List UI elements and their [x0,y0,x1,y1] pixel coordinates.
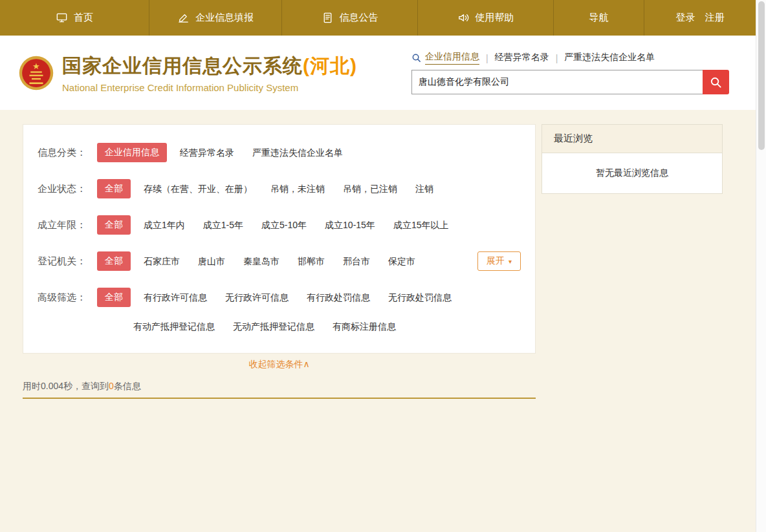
nav-label: 使用帮助 [476,12,514,24]
search-tab-1[interactable]: 企业信用信息 [425,51,479,65]
result-prefix: 用时0.004秒，查询到 [23,381,109,391]
nav-enterprise-filing[interactable]: 企业信息填报 [149,0,281,36]
help-icon [457,12,470,24]
nav-label: 注册 [705,12,725,24]
filter-label: 成立年限： [38,215,97,235]
search-input[interactable] [411,70,703,94]
nav-label: 首页 [74,12,93,24]
tab-separator: | [486,53,488,63]
filter-row-founding-years: 成立年限：全部成立1年内成立1-5年成立5-10年成立10-15年成立15年以上 [38,215,535,235]
filter-option[interactable]: 注销 [415,180,433,198]
filter-active-founding-years[interactable]: 全部 [97,215,131,235]
filter-row-advanced-filter: 高级筛选：全部有行政许可信息无行政许可信息有行政处罚信息无行政处罚信息有动产抵押… [38,288,535,336]
expand-label: 展开 [487,255,505,267]
page-title-main: 国家企业信用信息公示系统 [62,55,303,76]
nav-navigation[interactable]: 导航 [553,0,644,36]
collapse-filters-link[interactable]: 收起筛选条件∧ [23,359,536,370]
filter-active-enterprise-status[interactable]: 全部 [97,179,131,198]
home-icon [56,12,68,24]
filter-option[interactable]: 有商标注册信息 [333,317,396,336]
filter-option[interactable]: 石家庄市 [144,252,180,271]
filter-label: 信息分类： [38,143,97,162]
page-title-region: (河北) [303,55,357,76]
filter-option[interactable]: 秦皇岛市 [243,252,279,271]
nav-label: 信息公告 [340,12,378,24]
filter-option[interactable]: 吊销，未注销 [270,180,325,198]
filter-option[interactable]: 成立1-5年 [203,216,243,235]
filter-panel: 信息分类：企业信用信息经营异常名录严重违法失信企业名单企业状态：全部存续（在营、… [23,124,536,354]
recent-browse-panel: 最近浏览 暂无最近浏览信息 [542,124,723,194]
result-summary: 用时0.004秒，查询到0条信息 [23,381,536,392]
results-divider [23,398,536,399]
filter-option[interactable]: 成立15年以上 [393,216,449,235]
filter-option[interactable]: 有行政处罚信息 [307,288,370,307]
bulletin-icon [322,12,334,24]
content-area: 信息分类：企业信用信息经营异常名录严重违法失信企业名单企业状态：全部存续（在营、… [0,110,766,399]
search-tabs-list: 企业信用信息|经营异常名录|严重违法失信企业名单 [425,51,655,65]
filter-label: 高级筛选： [38,288,97,336]
search-row [411,70,729,94]
filter-option[interactable]: 经营异常名录 [180,144,234,162]
filter-active-info-type[interactable]: 企业信用信息 [97,143,167,162]
filter-option[interactable]: 邯郸市 [298,252,325,271]
filter-active-registration-authority[interactable]: 全部 [97,251,131,271]
filter-option[interactable]: 唐山市 [198,252,225,271]
filter-label: 企业状态： [38,179,97,198]
nav-label: 企业信息填报 [195,12,254,24]
nav-help[interactable]: 使用帮助 [417,0,553,36]
search-button[interactable] [703,70,729,94]
site-header: ★ 国家企业信用信息公示系统(河北) National Enterprise C… [0,36,756,110]
page-title: 国家企业信用信息公示系统(河北) [62,53,357,80]
result-suffix: 条信息 [114,381,141,391]
filter-option[interactable]: 邢台市 [343,252,370,271]
filter-option[interactable]: 无行政许可信息 [225,288,289,307]
filter-option[interactable]: 无行政处罚信息 [388,288,452,307]
search-tab-3[interactable]: 严重违法失信企业名单 [564,52,655,65]
top-nav: 首页企业信息填报信息公告使用帮助导航登录注册 [0,0,756,36]
form-icon [177,12,190,24]
filter-option[interactable]: 存续（在营、开业、在册） [144,180,252,198]
filter-option[interactable]: 成立1年内 [144,216,185,235]
nav-label: 导航 [589,12,609,24]
search-tabs: 企业信用信息|经营异常名录|严重违法失信企业名单 [411,51,729,65]
filter-label: 登记机关： [38,251,97,271]
nav-label: 登录 [676,12,695,24]
national-emblem-logo: ★ [18,55,54,91]
nav-announcements[interactable]: 信息公告 [281,0,417,36]
filter-active-advanced-filter[interactable]: 全部 [97,288,131,307]
page-subtitle: National Enterprise Credit Information P… [62,82,357,93]
filter-option[interactable]: 吊销，已注销 [343,180,397,198]
result-count: 0 [109,381,114,391]
svg-text:★: ★ [32,61,40,70]
filter-option[interactable]: 成立10-15年 [325,216,375,235]
filter-row-registration-authority: 登记机关：全部石家庄市唐山市秦皇岛市邯郸市邢台市保定市展开▾ [38,251,535,271]
filter-option[interactable]: 保定市 [388,252,415,271]
filter-row-enterprise-status: 企业状态：全部存续（在营、开业、在册）吊销，未注销吊销，已注销注销 [38,179,535,198]
filter-option[interactable]: 有动产抵押登记信息 [133,317,215,336]
recent-browse-empty: 暂无最近浏览信息 [542,153,722,193]
nav-home[interactable]: 首页 [0,0,149,36]
filter-option[interactable]: 无动产抵押登记信息 [233,317,314,336]
filter-option[interactable]: 严重违法失信企业名单 [252,144,343,162]
scrollbar-thumb[interactable] [758,1,765,150]
filter-option[interactable]: 有行政许可信息 [144,288,207,307]
main-column: 信息分类：企业信用信息经营异常名录严重违法失信企业名单企业状态：全部存续（在营、… [23,124,536,399]
tab-separator: | [556,53,558,63]
filter-row-info-type: 信息分类：企业信用信息经营异常名录严重违法失信企业名单 [38,143,535,162]
search-tab-2[interactable]: 经营异常名录 [495,52,549,65]
brand-block: 国家企业信用信息公示系统(河北) National Enterprise Cre… [62,53,357,93]
nav-login-register[interactable]: 登录注册 [644,0,756,36]
search-block: 企业信用信息|经营异常名录|严重违法失信企业名单 [411,51,729,94]
chevron-down-icon: ▾ [509,258,512,265]
expand-button[interactable]: 展开▾ [477,251,521,271]
search-icon [411,53,425,63]
filter-option[interactable]: 成立5-10年 [261,216,307,235]
search-icon [709,76,723,89]
page-scrollbar[interactable] [756,0,766,532]
recent-browse-title: 最近浏览 [542,125,722,153]
